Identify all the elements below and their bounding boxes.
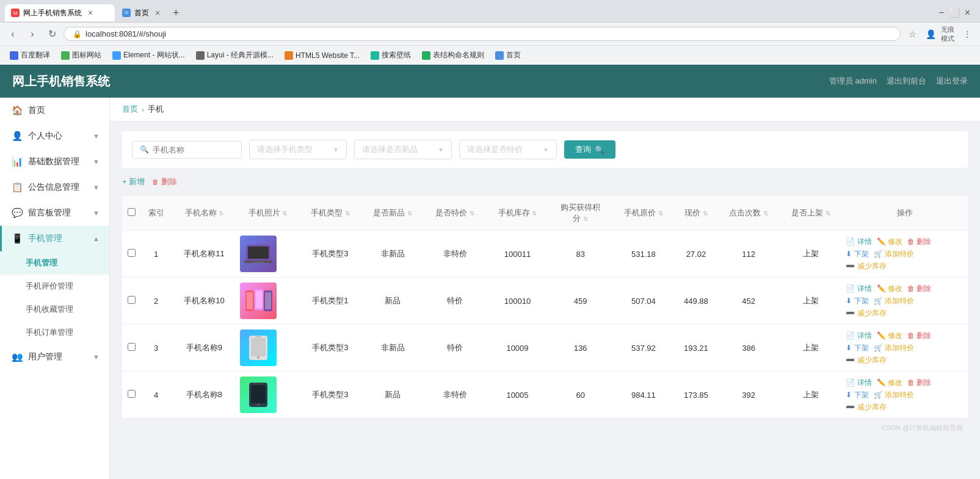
sort-clicks-icon[interactable]: ⇅ — [763, 210, 768, 217]
row2-down-btn[interactable]: ⬇ 下架 — [846, 296, 868, 306]
row4-edit-btn[interactable]: ✏️ 修改 — [877, 378, 902, 388]
forward-btn[interactable]: › — [24, 26, 40, 42]
delete-button[interactable]: 🗑 删除 — [152, 176, 177, 187]
phone-name-input-wrapper[interactable]: 🔍 — [132, 141, 242, 159]
row1-addspecial-btn[interactable]: 🛒 添加特价 — [874, 249, 914, 259]
phone-name-input[interactable] — [153, 145, 238, 154]
sort-points-icon[interactable]: ⇅ — [583, 215, 588, 222]
row4-reduce-btn[interactable]: ➖ 减少库存 — [846, 402, 886, 412]
sort-stock-icon[interactable]: ⇅ — [532, 210, 537, 217]
address-text: localhost:8081/#/shouji — [85, 29, 166, 38]
bm-icon-html5 — [285, 51, 293, 60]
sort-price-icon[interactable]: ⇅ — [703, 210, 708, 217]
inactive-tab[interactable]: G 首页 × — [116, 4, 166, 21]
sidebar-sub-phone-collect[interactable]: 手机收藏管理 — [0, 298, 109, 321]
row4-delete-btn[interactable]: 🗑 删除 — [907, 378, 931, 388]
row1-down-btn[interactable]: ⬇ 下架 — [846, 249, 868, 259]
person-btn[interactable]: 👤 — [923, 26, 938, 42]
row2-checkbox[interactable] — [128, 296, 136, 304]
noads-btn[interactable]: 无痕模式 — [941, 26, 957, 42]
search-button[interactable]: 查询 🔍 — [564, 140, 615, 159]
address-bar[interactable]: 🔒 localhost:8081/#/shouji — [64, 27, 901, 41]
row3-edit-btn[interactable]: ✏️ 修改 — [877, 331, 902, 341]
row3-reduce-btn[interactable]: ➖ 减少库存 — [846, 355, 886, 366]
row4-detail-btn[interactable]: 📄 详情 — [846, 378, 871, 388]
row4-down-btn[interactable]: ⬇ 下架 — [846, 390, 868, 400]
svg-rect-1 — [248, 247, 269, 259]
active-tab[interactable]: M 网上手机销售系统 × — [5, 4, 115, 21]
chevron-personal: ▼ — [93, 132, 100, 140]
bookmark-icon[interactable]: 图标网站 — [56, 49, 106, 62]
row2-detail-btn[interactable]: 📄 详情 — [846, 284, 871, 294]
new-tab-btn[interactable]: + — [167, 4, 184, 21]
sidebar-sub-phone-order[interactable]: 手机订单管理 — [0, 321, 109, 344]
bookmark-table[interactable]: 表结构命名规则 — [417, 49, 489, 62]
svg-rect-15 — [251, 385, 266, 403]
bookmark-baidu[interactable]: 百度翻译 — [5, 49, 55, 62]
tab2-close-btn[interactable]: × — [155, 8, 160, 18]
sort-original-icon[interactable]: ⇅ — [658, 210, 663, 217]
sidebar-item-phone[interactable]: 📱 手机管理 ▲ — [0, 226, 109, 251]
sort-type-icon[interactable]: ⇅ — [345, 210, 350, 217]
row3-down-btn[interactable]: ⬇ 下架 — [846, 343, 868, 353]
bookmark-wallpaper[interactable]: 搜索壁纸 — [366, 49, 416, 62]
row2-addspecial-btn[interactable]: 🛒 添加特价 — [874, 296, 914, 306]
phone-type-select[interactable]: 请选择手机类型 ▼ — [249, 140, 347, 159]
sidebar-item-basic[interactable]: 📊 基础数据管理 ▼ — [0, 149, 109, 175]
row4-addspecial-btn[interactable]: 🛒 添加特价 — [874, 390, 914, 400]
row1-checkbox[interactable] — [128, 249, 136, 257]
sidebar-item-personal[interactable]: 👤 个人中心 ▼ — [0, 123, 109, 149]
row4-checkbox[interactable] — [128, 390, 136, 398]
minimize-btn[interactable]: − — [938, 7, 944, 18]
close-btn[interactable]: × — [965, 7, 970, 18]
row3-checkbox[interactable] — [128, 343, 136, 351]
row1-edit-btn[interactable]: ✏️ 修改 — [877, 237, 902, 247]
sort-name-icon[interactable]: ⇅ — [219, 210, 223, 217]
row2-reduce-btn[interactable]: ➖ 减少库存 — [846, 308, 886, 319]
row2-delete-btn[interactable]: 🗑 删除 — [907, 284, 931, 294]
tab-close-btn[interactable]: × — [88, 8, 93, 18]
row3-action-row3: ➖ 减少库存 — [846, 355, 886, 366]
bookmark-home[interactable]: 首页 — [490, 49, 526, 62]
row2-isnew: 新品 — [361, 278, 424, 325]
logout-btn[interactable]: 退出登录 — [936, 76, 968, 87]
row4-photo — [236, 372, 299, 419]
select-all-checkbox[interactable] — [128, 208, 136, 216]
bookmark-layui[interactable]: Layui - 经典开源模... — [191, 49, 278, 62]
row3-delete-btn[interactable]: 🗑 删除 — [907, 331, 931, 341]
reload-btn[interactable]: ↻ — [44, 26, 60, 42]
star-btn[interactable]: ☆ — [904, 26, 920, 42]
is-special-select[interactable]: 请选择是否特价 ▼ — [459, 140, 557, 159]
row1-original-price: 531.18 — [612, 231, 675, 278]
menu-btn[interactable]: ⋮ — [959, 26, 975, 42]
breadcrumb-home-link[interactable]: 首页 — [122, 104, 138, 115]
sort-onshelf-icon[interactable]: ⇅ — [826, 210, 830, 217]
sort-photo-icon[interactable]: ⇅ — [282, 210, 287, 217]
back-btn[interactable]: ‹ — [5, 26, 21, 42]
bookmark-html5[interactable]: HTML5 Website T... — [280, 50, 365, 61]
row2-edit-btn[interactable]: ✏️ 修改 — [877, 284, 902, 294]
row3-addspecial-btn[interactable]: 🛒 添加特价 — [874, 343, 914, 353]
tab-favicon: M — [11, 9, 20, 17]
row1-delete-btn[interactable]: 🗑 删除 — [907, 237, 931, 247]
maximize-btn[interactable]: ⬜ — [949, 8, 960, 18]
row1-reduce-btn[interactable]: ➖ 减少库存 — [846, 261, 886, 272]
row1-detail-btn[interactable]: 📄 详情 — [846, 237, 871, 247]
row1-points: 83 — [549, 231, 612, 278]
sidebar-item-user[interactable]: 👥 用户管理 ▼ — [0, 344, 109, 370]
sort-isnew-icon[interactable]: ⇅ — [407, 210, 412, 217]
row3-detail-btn[interactable]: 📄 详情 — [846, 331, 871, 341]
sidebar-item-bulletin[interactable]: 📋 公告信息管理 ▼ — [0, 175, 109, 200]
th-onshelf: 是否上架 ⇅ — [780, 196, 842, 231]
sidebar-item-home[interactable]: 🏠 首页 — [0, 98, 109, 123]
sidebar-sub-phone-review[interactable]: 手机评价管理 — [0, 275, 109, 298]
sidebar-item-guestbook[interactable]: 💬 留言板管理 ▼ — [0, 200, 109, 226]
back-to-front-btn[interactable]: 退出到前台 — [887, 76, 926, 87]
row2-name: 手机名称10 — [172, 278, 236, 325]
is-new-select[interactable]: 请选择是否新品 ▼ — [354, 140, 452, 159]
add-button[interactable]: + 新增 — [122, 176, 145, 187]
bookmark-element[interactable]: Element - 网站状... — [107, 49, 190, 62]
sidebar-sub-phone-mgmt[interactable]: 手机管理 — [0, 251, 109, 275]
sort-isspecial-icon[interactable]: ⇅ — [470, 210, 474, 217]
row4-image — [240, 376, 277, 413]
